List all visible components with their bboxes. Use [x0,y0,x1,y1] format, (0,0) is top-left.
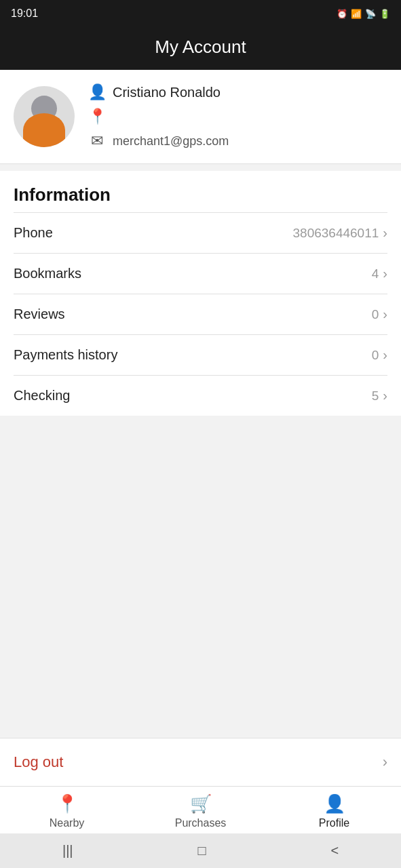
checking-value: 5 [372,389,379,403]
nearby-label: Nearby [50,817,85,829]
phone-row[interactable]: Phone 380636446011 › [14,212,387,253]
logout-section: Log out › [0,738,401,786]
nearby-icon: 📍 [56,793,78,814]
checking-chevron: › [383,388,387,403]
top-bar: My Account [0,27,401,70]
location-icon: 📍 [88,108,106,125]
profile-email-row: ✉ merchant1@gps.com [88,132,229,150]
bookmarks-row[interactable]: Bookmarks 4 › [14,253,387,294]
nav-item-profile[interactable]: 👤 Profile [267,793,401,829]
payments-history-label: Payments history [14,347,117,363]
bookmarks-chevron: › [383,266,387,281]
page-title: My Account [155,37,246,57]
android-nav-bar: ||| □ < [0,833,401,868]
bookmarks-right: 4 › [372,266,387,281]
status-icons: ⏰ 📶 📡 🔋 [337,9,390,19]
content-spacer [0,416,401,738]
battery-icon: 🔋 [379,9,390,19]
profile-name: Cristiano Ronaldo [113,85,221,100]
information-section: Information Phone 380636446011 › Bookmar… [0,171,401,416]
reviews-chevron: › [383,307,387,322]
email-icon: ✉ [88,132,106,150]
android-home-btn[interactable]: □ [197,843,206,859]
avatar-circle [14,86,75,147]
profile-section: 👤 Cristiano Ronaldo 📍 ✉ merchant1@gps.co… [0,70,401,164]
reviews-row[interactable]: Reviews 0 › [14,294,387,334]
avatar [14,86,75,147]
person-icon: 👤 [88,83,106,101]
purchases-label: Purchases [175,817,227,829]
bookmarks-label: Bookmarks [14,266,81,281]
profile-email: merchant1@gps.com [113,134,229,149]
purchases-icon: 🛒 [190,793,212,814]
android-back-btn[interactable]: < [330,843,339,859]
checking-row[interactable]: Checking 5 › [14,375,387,416]
payments-history-value: 0 [372,348,379,363]
payments-history-chevron: › [383,347,387,363]
logout-chevron: › [383,753,387,771]
information-title: Information [14,184,387,205]
profile-info: 👤 Cristiano Ronaldo 📍 ✉ merchant1@gps.co… [88,83,229,150]
reviews-value: 0 [372,307,379,322]
phone-label: Phone [14,225,53,241]
nav-item-purchases[interactable]: 🛒 Purchases [134,793,267,829]
reviews-right: 0 › [372,307,387,322]
checking-label: Checking [14,388,70,403]
status-bar: 19:01 ⏰ 📶 📡 🔋 [0,0,401,27]
bottom-nav: 📍 Nearby 🛒 Purchases 👤 Profile [0,786,401,833]
android-menu-btn[interactable]: ||| [62,843,73,859]
reviews-label: Reviews [14,307,65,322]
logout-row[interactable]: Log out › [14,738,387,786]
status-time: 19:01 [11,7,38,20]
alarm-icon: ⏰ [337,9,347,19]
phone-value: 380636446011 [293,226,379,241]
nav-item-nearby[interactable]: 📍 Nearby [0,793,134,829]
phone-chevron: › [383,225,387,241]
payments-history-right: 0 › [372,347,387,363]
bookmarks-value: 4 [372,267,379,281]
avatar-body [23,113,65,147]
signal-icon: 📡 [365,9,376,19]
checking-right: 5 › [372,388,387,403]
logout-label: Log out [14,753,63,771]
phone-right: 380636446011 › [293,225,387,241]
wifi-icon: 📶 [351,9,362,19]
profile-nav-icon: 👤 [324,793,345,814]
profile-location-row: 📍 [88,108,229,125]
profile-nav-label: Profile [319,817,349,829]
profile-name-row: 👤 Cristiano Ronaldo [88,83,229,101]
payments-history-row[interactable]: Payments history 0 › [14,334,387,375]
